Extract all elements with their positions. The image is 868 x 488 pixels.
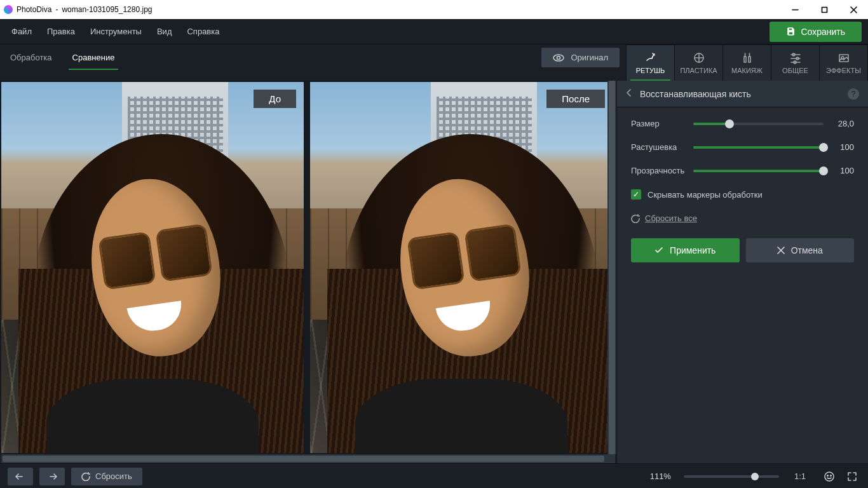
slider-opacity-label: Прозрачность — [631, 166, 686, 175]
canvas-compare-area[interactable]: До После — [0, 81, 616, 454]
save-button[interactable]: Сохранить — [770, 22, 862, 42]
zoom-slider[interactable] — [684, 475, 779, 478]
title-file: woman-1031095_1280.jpg — [62, 5, 152, 14]
eye-icon — [553, 54, 564, 62]
maximize-button[interactable] — [810, 0, 839, 19]
slider-opacity: Прозрачность 100 — [631, 166, 854, 175]
original-label: Оригинал — [571, 53, 608, 62]
tooltab-effects-label: ЭФФЕКТЫ — [826, 67, 861, 74]
retouch-icon — [644, 51, 657, 64]
image-before-pane[interactable]: До — [1, 82, 304, 453]
apply-label: Применить — [670, 245, 715, 255]
svg-rect-4 — [789, 28, 792, 30]
face-icon — [824, 471, 835, 482]
tooltab-retouch-label: РЕТУШЬ — [636, 67, 665, 74]
cancel-label: Отмена — [791, 245, 823, 255]
slider-feather: Растушевка 100 — [631, 142, 854, 152]
after-label: После — [546, 90, 605, 108]
svg-point-24 — [827, 475, 829, 476]
menu-view[interactable]: Вид — [149, 20, 180, 43]
tab-processing[interactable]: Обработка — [0, 44, 62, 70]
slider-size-value: 28,0 — [831, 119, 854, 128]
slider-feather-label: Растушевка — [631, 142, 686, 152]
svg-rect-11 — [744, 57, 746, 62]
fullscreen-button[interactable] — [844, 468, 860, 485]
slider-opacity-value: 100 — [831, 166, 854, 175]
apply-button[interactable]: Применить — [631, 238, 740, 262]
title-sep: - — [55, 5, 58, 14]
image-after-pane[interactable]: После — [310, 82, 613, 453]
save-icon — [786, 27, 796, 36]
reset-label: Сбросить — [95, 471, 132, 481]
bottombar: Сбросить 111% 1:1 — [0, 463, 868, 488]
fit-face-button[interactable] — [821, 468, 837, 485]
zoom-value: 111% — [650, 471, 671, 481]
close-icon — [777, 247, 785, 254]
tooltab-general[interactable]: ОБЩЕЕ — [771, 45, 820, 81]
tooltab-plastic[interactable]: ПЛАСТИКА — [675, 45, 723, 81]
slider-opacity-track[interactable] — [693, 170, 824, 172]
reset-icon — [631, 214, 640, 223]
horizontal-scrollbar[interactable] — [1, 454, 615, 463]
effects-icon — [837, 51, 850, 64]
check-icon — [654, 247, 663, 254]
tooltab-makeup-label: МАКИЯЖ — [731, 67, 763, 74]
expand-icon — [847, 471, 857, 482]
before-label: До — [254, 90, 296, 108]
redo-button[interactable] — [39, 468, 65, 485]
save-label: Сохранить — [801, 27, 845, 37]
menu-file[interactable]: Файл — [4, 20, 39, 43]
menu-tools[interactable]: Инструменты — [83, 20, 149, 43]
tooltab-effects[interactable]: ЭФФЕКТЫ — [820, 45, 868, 81]
undo-button[interactable] — [8, 468, 33, 485]
sliders-icon — [789, 51, 802, 64]
slider-feather-track[interactable] — [693, 146, 824, 149]
undo-icon — [15, 473, 26, 480]
panel-header: Восстанавливающая кисть ? — [617, 81, 868, 107]
svg-rect-1 — [822, 7, 827, 12]
tooltab-makeup[interactable]: МАКИЯЖ — [723, 45, 771, 81]
svg-point-23 — [825, 472, 834, 481]
svg-rect-12 — [749, 57, 750, 62]
menu-help[interactable]: Справка — [179, 20, 227, 43]
minimize-button[interactable] — [780, 0, 810, 19]
tab-compare[interactable]: Сравнение — [62, 44, 125, 70]
makeup-icon — [741, 51, 754, 64]
checkbox-hide-markers-row: ✓ Скрывать маркеры обработки — [631, 189, 854, 200]
reset-all-label: Сбросить все — [645, 214, 697, 223]
checkbox-hide-markers-label: Скрывать маркеры обработки — [648, 190, 763, 200]
svg-rect-5 — [789, 32, 793, 35]
reset-all-link[interactable]: Сбросить все — [631, 214, 854, 223]
close-button[interactable] — [839, 0, 868, 19]
app-logo-icon — [4, 5, 13, 14]
cancel-button[interactable]: Отмена — [746, 238, 855, 262]
slider-size: Размер 28,0 — [631, 119, 854, 128]
vertical-scrollbar[interactable] — [607, 81, 616, 454]
panel-back-button[interactable] — [626, 88, 632, 100]
svg-point-6 — [553, 55, 564, 61]
original-toggle-button[interactable]: Оригинал — [541, 48, 620, 67]
zoom-ratio-button[interactable]: 1:1 — [794, 471, 806, 481]
slider-feather-value: 100 — [831, 142, 854, 152]
reset-icon — [81, 472, 90, 481]
svg-point-7 — [557, 56, 560, 59]
help-icon[interactable]: ? — [848, 88, 859, 100]
tooltab-general-label: ОБЩЕЕ — [782, 67, 808, 74]
title-app: PhotoDiva — [17, 5, 51, 14]
plastic-icon — [693, 51, 705, 64]
menubar: Файл Правка Инструменты Вид Справка Сохр… — [0, 19, 868, 44]
svg-point-25 — [831, 475, 832, 476]
tooltab-retouch[interactable]: РЕТУШЬ — [627, 45, 675, 81]
slider-size-label: Размер — [631, 119, 686, 128]
panel-title: Восстанавливающая кисть — [640, 89, 840, 99]
redo-icon — [46, 473, 58, 480]
reset-button[interactable]: Сбросить — [71, 468, 142, 485]
checkbox-hide-markers[interactable]: ✓ — [631, 189, 641, 200]
slider-size-track[interactable] — [693, 123, 824, 125]
menu-edit[interactable]: Правка — [39, 20, 83, 43]
window-titlebar: PhotoDiva - woman-1031095_1280.jpg — [0, 0, 868, 19]
tooltab-plastic-label: ПЛАСТИКА — [680, 67, 717, 74]
